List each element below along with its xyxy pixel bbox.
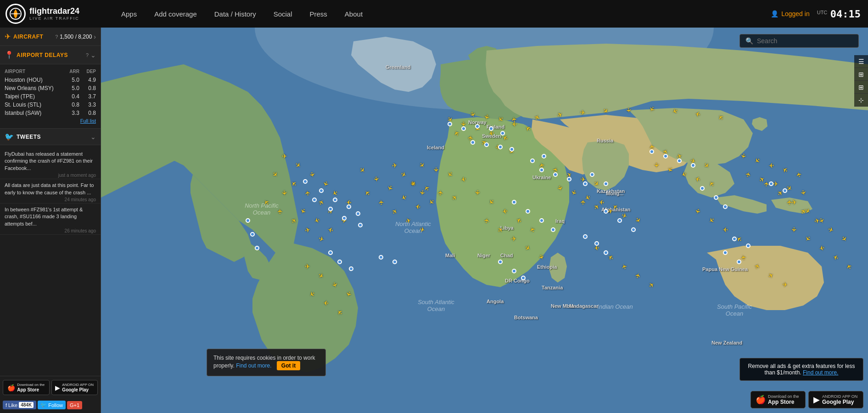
app-store-sub-label: Download on the [17,383,45,387]
delays-header: AIRPORT ARR DEP [0,68,101,76]
delay-dep: 0.8 [79,110,96,116]
aircraft-row[interactable]: ✈ AIRCRAFT ? 1,500 / 8,200 › [0,28,101,46]
tweets-list: FlyDubai has released a statement confir… [0,145,101,376]
cookie-notice: This site requires cookies in order to w… [207,349,326,376]
twitter-follow-icon: 🐦 [40,402,47,408]
facebook-like-button[interactable]: f Like 484K [3,401,36,409]
app-store-text-right: Download on the App Store [768,394,799,405]
nav-link-social[interactable]: Social [267,6,299,22]
google-play-title-right: Google Play [822,399,857,405]
map-ctrl-btn-3[interactable]: ⊞ [854,81,868,94]
logo-title: flightradar24 [29,7,79,16]
airport-delays-label: AIRPORT DELAYS [17,52,84,58]
map-ctrl-btn-1[interactable]: ☰ [854,55,868,68]
col-dep-header: DEP [79,69,96,74]
promo-find-out-link[interactable]: Find out more. [803,369,838,376]
nav-link-apps[interactable]: Apps [115,6,143,22]
google-play-sub-right: ANDROID APP ON [822,394,857,399]
delay-airport: New Orleans (MSY) [5,85,63,91]
search-icon: 🔍 [745,37,753,45]
aircraft-chevron-icon: › [94,33,96,40]
nav-link-about[interactable]: About [338,6,369,22]
delay-airport: Houston (HOU) [5,77,63,83]
delay-row[interactable]: New Orleans (MSY) 5.0 0.8 [0,84,101,92]
google-play-button-right[interactable]: ▶ ANDROID APP ON Google Play [808,391,863,408]
delay-dep: 0.8 [79,85,96,91]
twitter-follow-button[interactable]: 🐦 Follow [38,401,66,409]
search-input[interactable] [757,37,853,45]
search-bar: 🔍 [739,34,859,48]
map-ctrl-btn-2[interactable]: ⊞ [854,68,868,81]
nav-link-add-coverage[interactable]: Add coverage [148,6,203,22]
app-store-button-sidebar[interactable]: 🍎 Download on the App Store [3,380,50,395]
delay-row[interactable]: St. Louis (STL) 0.8 3.3 [0,101,101,109]
map-ctrl-btn-4[interactable]: ⊹ [854,94,868,107]
cookie-got-it-button[interactable]: Got it [277,361,300,370]
aircraft-icon: ✈ [5,32,11,41]
tweet-text: In between #FZ981's 1st attempt & crash,… [5,206,96,227]
tweet-item[interactable]: In between #FZ981's 1st attempt & crash,… [0,204,101,235]
app-store-button-right[interactable]: 🍎 Download on the App Store [750,391,806,408]
android-icon: ▶ [55,384,60,391]
delay-airport: St. Louis (STL) [5,102,63,108]
store-buttons-right: 🍎 Download on the App Store ▶ ANDROID AP… [750,391,863,408]
logo-subtitle: LIVE AIR TRAFFIC [29,16,79,21]
promo-banner: Remove all ads & get extra features for … [739,358,863,381]
googleplus-label: G+1 [70,402,79,408]
facebook-icon: f [6,402,7,408]
tweets-chevron-icon: ⌄ [90,133,96,141]
app-store-sub-right: Download on the [768,394,799,399]
delay-row[interactable]: Taipei (TPE) 0.4 3.7 [0,92,101,101]
sidebar-store-buttons: 🍎 Download on the App Store ▶ ANDROID AP… [0,376,101,399]
delay-row[interactable]: Istanbul (SAW) 3.3 0.8 [0,109,101,117]
col-arr-header: ARR [63,69,79,74]
app-store-title-sidebar: App Store [17,387,45,392]
facebook-like-label: Like [8,402,17,408]
col-airport-header: AIRPORT [5,69,63,74]
delay-arr: 0.4 [63,93,79,100]
tweets-label: TWEETS [17,134,90,140]
android-icon-right: ▶ [813,395,820,405]
delay-airport: Istanbul (SAW) [5,110,63,116]
sidebar: ✈ AIRCRAFT ? 1,500 / 8,200 › 📍 AIRPORT D… [0,28,101,413]
utc-time: 04:15 [830,8,861,20]
twitter-follow-label: Follow [48,402,63,408]
tweet-item[interactable]: All data are just data at this point. Fa… [0,179,101,204]
utc-time-area: UTC 04:15 [817,8,861,20]
tweet-time: 26 minutes ago [5,228,96,233]
tweet-text: All data are just data at this point. Fa… [5,182,96,196]
delays-rows: Houston (HOU) 5.0 4.9New Orleans (MSY) 5… [0,76,101,117]
aircraft-label: AIRCRAFT [13,34,53,40]
google-play-button-sidebar[interactable]: ▶ ANDROID APP ON Google Play [51,380,98,395]
map-area[interactable]: GreenlandFinlandSwedenIcelandNorwayRussi… [101,28,868,413]
googleplus-button[interactable]: G+1 [67,401,82,409]
delay-dep: 3.3 [79,102,96,108]
logged-in-badge[interactable]: 👤 Logged in [771,10,810,17]
airport-delays-row[interactable]: 📍 AIRPORT DELAYS ? ⌄ [0,46,101,64]
logged-in-label: Logged in [781,10,810,17]
facebook-count: 484K [19,402,34,408]
logo-text: flightradar24 LIVE AIR TRAFFIC [29,7,79,21]
tweet-item[interactable]: FlyDubai has released a statement confir… [0,148,101,179]
delay-arr: 3.3 [63,110,79,116]
nav-link-press[interactable]: Press [303,6,334,22]
delay-dep: 4.9 [79,77,96,83]
delays-section: AIRPORT ARR DEP Houston (HOU) 5.0 4.9New… [0,64,101,129]
airport-chevron-icon: ⌄ [90,51,96,59]
tweets-header[interactable]: 🐦 TWEETS ⌄ [0,129,101,145]
delay-row[interactable]: Houston (HOU) 5.0 4.9 [0,76,101,84]
cookie-find-out-link[interactable]: Find out more. [236,362,271,369]
delay-arr: 5.0 [63,85,79,91]
full-list-link[interactable]: Full list [0,117,101,124]
google-play-title-sidebar: Google Play [62,387,94,392]
airport-help-icon[interactable]: ? [86,52,89,58]
logo-area[interactable]: flightradar24 LIVE AIR TRAFFIC [0,4,101,24]
nav-right: 👤 Logged in UTC 04:15 [771,8,868,20]
airport-icon: 📍 [5,51,14,59]
apple-icon: 🍎 [7,384,15,391]
promo-text: Remove all ads & get extra features for … [748,363,855,376]
apple-icon-right: 🍎 [756,395,766,405]
nav-link-data-history[interactable]: Data / History [208,6,263,22]
delay-airport: Taipei (TPE) [5,93,63,100]
aircraft-help[interactable]: ? [55,34,58,40]
